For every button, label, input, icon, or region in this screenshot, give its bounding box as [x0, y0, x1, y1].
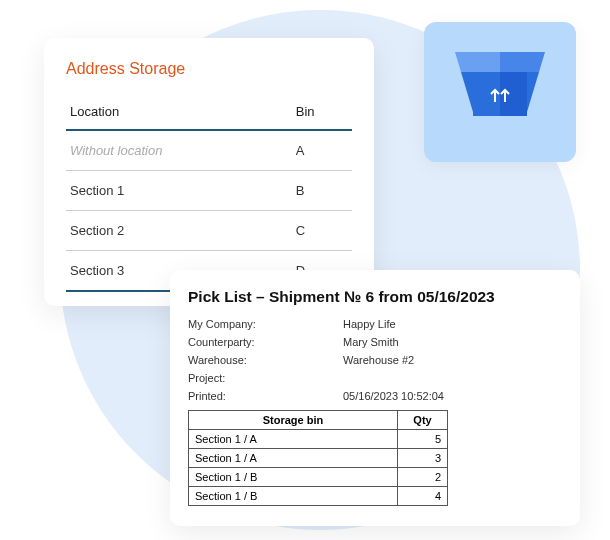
picklist-title: Pick List – Shipment № 6 from 05/16/2023 — [188, 288, 562, 306]
bin-cell: A — [292, 130, 352, 171]
storage-bin-cell: Section 1 / A — [189, 430, 398, 449]
address-table: Location Bin Without locationASection 1B… — [66, 96, 352, 292]
table-row: Section 2C — [66, 211, 352, 251]
storage-bin-cell: Section 1 / A — [189, 449, 398, 468]
location-cell: Section 2 — [66, 211, 292, 251]
table-row: Section 1 / A3 — [189, 449, 448, 468]
meta-row: My Company:Happy Life — [188, 318, 562, 330]
address-header-bin: Bin — [292, 96, 352, 130]
qty-cell: 5 — [398, 430, 448, 449]
table-row: Section 1 / B4 — [189, 487, 448, 506]
meta-label: Printed: — [188, 390, 343, 402]
meta-value: Happy Life — [343, 318, 562, 330]
table-row: Section 1 / B2 — [189, 468, 448, 487]
svg-marker-2 — [455, 52, 500, 72]
address-card-title: Address Storage — [66, 60, 352, 78]
bin-header-storage: Storage bin — [189, 411, 398, 430]
qty-cell: 3 — [398, 449, 448, 468]
meta-label: Counterparty: — [188, 336, 343, 348]
address-header-location: Location — [66, 96, 292, 130]
meta-value — [343, 372, 562, 384]
box-tile — [424, 22, 576, 162]
meta-row: Printed:05/16/2023 10:52:04 — [188, 390, 562, 402]
bin-table: Storage bin Qty Section 1 / A5Section 1 … — [188, 410, 448, 506]
meta-label: My Company: — [188, 318, 343, 330]
meta-label: Project: — [188, 372, 343, 384]
table-row: Section 1B — [66, 171, 352, 211]
box-icon — [455, 52, 545, 132]
storage-bin-cell: Section 1 / B — [189, 487, 398, 506]
storage-bin-cell: Section 1 / B — [189, 468, 398, 487]
picklist-card: Pick List – Shipment № 6 from 05/16/2023… — [170, 270, 580, 526]
bin-header-qty: Qty — [398, 411, 448, 430]
meta-value: 05/16/2023 10:52:04 — [343, 390, 562, 402]
meta-row: Counterparty:Mary Smith — [188, 336, 562, 348]
table-row: Without locationA — [66, 130, 352, 171]
address-storage-card: Address Storage Location Bin Without loc… — [44, 38, 374, 306]
meta-value: Mary Smith — [343, 336, 562, 348]
meta-label: Warehouse: — [188, 354, 343, 366]
bin-cell: B — [292, 171, 352, 211]
meta-row: Project: — [188, 372, 562, 384]
location-cell: Section 1 — [66, 171, 292, 211]
bin-cell: C — [292, 211, 352, 251]
meta-value: Warehouse #2 — [343, 354, 562, 366]
qty-cell: 4 — [398, 487, 448, 506]
svg-marker-3 — [500, 52, 545, 72]
table-row: Section 1 / A5 — [189, 430, 448, 449]
meta-row: Warehouse:Warehouse #2 — [188, 354, 562, 366]
location-cell: Without location — [66, 130, 292, 171]
qty-cell: 2 — [398, 468, 448, 487]
